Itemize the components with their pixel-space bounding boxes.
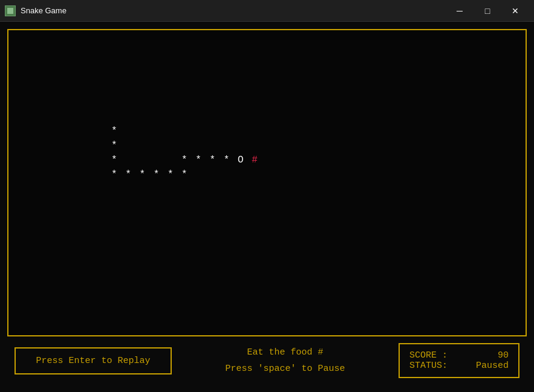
snake-head: O [238, 153, 245, 167]
game-area: * * * * * * * O # * * * * * * [8, 30, 526, 335]
snake-segment: * [181, 153, 189, 167]
status-label: STATUS: [409, 361, 448, 371]
snake-row: * [111, 138, 259, 153]
instruction-eat: Eat the food # [172, 344, 399, 361]
maximize-button[interactable]: □ [474, 0, 501, 22]
snake-segment: * [111, 153, 119, 167]
score-label: SCORE : [409, 350, 448, 361]
instructions-panel: Eat the food # Press 'space' to Pause [172, 344, 399, 377]
score-line: SCORE : 90 [409, 350, 509, 361]
snake-segment: * [168, 167, 175, 182]
score-value: 90 [498, 350, 509, 361]
minimize-button[interactable]: ─ [446, 0, 474, 22]
snake-display: * * * * * * * O # * * * * * * [111, 124, 259, 182]
app-icon [5, 5, 16, 16]
snake-segment: * [224, 153, 231, 167]
snake-segment: * [111, 124, 119, 138]
status-line: STATUS: Paused [409, 361, 509, 371]
score-panel: SCORE : 90 STATUS: Paused [399, 343, 519, 378]
instruction-pause: Press 'space' to Pause [172, 361, 399, 377]
game-canvas: * * * * * * * O # * * * * * * [7, 29, 527, 336]
snake-segment: * [111, 167, 119, 182]
snake-row: * * * * * * [111, 167, 259, 182]
snake-segment: * [139, 167, 146, 182]
food-item: # [252, 153, 259, 167]
snake-row: * * * * * O # [111, 153, 259, 167]
window-title: Snake Game [21, 6, 446, 15]
snake-segment: * [209, 153, 217, 167]
snake-segment: * [125, 167, 132, 182]
status-value: Paused [476, 361, 509, 371]
window-controls: ─ □ ✕ [446, 0, 529, 22]
snake-segment: * [111, 138, 119, 153]
replay-button[interactable]: Press Enter to Replay [15, 347, 172, 374]
snake-segment: * [154, 167, 161, 182]
main-content: * * * * * * * O # * * * * * * Press Ente… [0, 22, 534, 392]
snake-segment: * [181, 167, 189, 182]
snake-row: * [111, 124, 259, 138]
title-bar: Snake Game ─ □ ✕ [0, 0, 534, 22]
snake-segment: * [195, 153, 203, 167]
close-button[interactable]: ✕ [501, 0, 529, 22]
status-bar: Press Enter to Replay Eat the food # Pre… [7, 336, 527, 385]
